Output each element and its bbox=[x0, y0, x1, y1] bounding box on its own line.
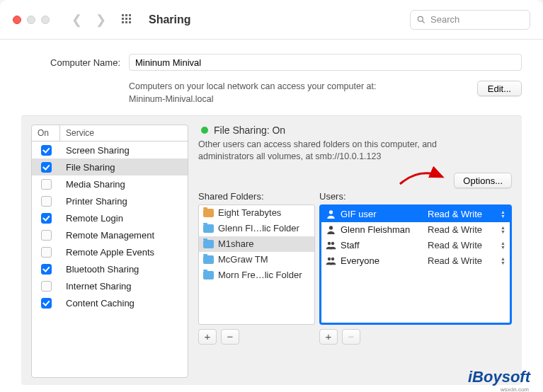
service-checkbox[interactable] bbox=[41, 298, 52, 309]
status-description: Other users can access shared folders on… bbox=[198, 139, 512, 163]
user-row[interactable]: EveryoneRead & Write▲▼ bbox=[321, 253, 510, 269]
service-row-internet-sharing[interactable]: Internet Sharing bbox=[32, 277, 188, 294]
service-checkbox[interactable] bbox=[41, 230, 52, 241]
service-row-bluetooth-sharing[interactable]: Bluetooth Sharing bbox=[32, 260, 188, 277]
show-all-icon[interactable] bbox=[122, 14, 133, 25]
svg-point-7 bbox=[331, 258, 334, 260]
computer-name-field[interactable] bbox=[129, 54, 522, 71]
service-label: Internet Sharing bbox=[60, 281, 188, 292]
folder-row[interactable]: M1share bbox=[199, 236, 314, 252]
services-header: On Service bbox=[32, 125, 188, 142]
stepper-icon: ▲▼ bbox=[501, 226, 505, 234]
service-row-remote-management[interactable]: Remote Management bbox=[32, 226, 188, 243]
folder-label: Morn Fre…lic Folder bbox=[218, 270, 302, 280]
users-list[interactable]: GIF userRead & Write▲▼Glenn FleishmanRea… bbox=[319, 204, 512, 325]
service-row-remote-apple-events[interactable]: Remote Apple Events bbox=[32, 243, 188, 260]
service-checkbox[interactable] bbox=[41, 162, 52, 173]
options-button[interactable]: Options... bbox=[454, 173, 512, 188]
svg-point-0 bbox=[418, 16, 423, 21]
users-column: Users: GIF userRead & Write▲▼Glenn Fleis… bbox=[319, 191, 512, 345]
service-row-screen-sharing[interactable]: Screen Sharing bbox=[32, 142, 188, 158]
folder-row[interactable]: Morn Fre…lic Folder bbox=[199, 267, 314, 283]
permission-select[interactable]: Read & Write▲▼ bbox=[428, 209, 505, 219]
stepper-icon: ▲▼ bbox=[501, 210, 505, 219]
status-row: File Sharing: On bbox=[198, 125, 512, 136]
back-button[interactable]: ❮ bbox=[67, 10, 86, 30]
folder-row[interactable]: Glenn Fl…lic Folder bbox=[199, 221, 314, 236]
folder-icon bbox=[203, 255, 214, 264]
service-row-printer-sharing[interactable]: Printer Sharing bbox=[32, 192, 188, 209]
services-body: Screen SharingFile SharingMedia SharingP… bbox=[32, 142, 188, 311]
user-name: GIF user bbox=[341, 209, 423, 219]
svg-point-4 bbox=[328, 242, 331, 245]
folder-row[interactable]: McGraw TM bbox=[199, 252, 314, 267]
service-label: Bluetooth Sharing bbox=[60, 264, 188, 275]
detail-pane: File Sharing: On Other users can access … bbox=[198, 125, 512, 378]
permission-value: Read & Write bbox=[428, 255, 482, 266]
add-folder-button[interactable]: + bbox=[198, 329, 217, 345]
watermark-logo: iBoysoft bbox=[468, 368, 530, 386]
folder-row[interactable]: Eight Terabytes bbox=[199, 205, 314, 221]
users-addrem: + − bbox=[319, 329, 512, 345]
folder-label: Eight Terabytes bbox=[218, 207, 281, 218]
search-placeholder: Search bbox=[430, 14, 459, 25]
permission-select[interactable]: Read & Write▲▼ bbox=[428, 240, 505, 250]
service-row-remote-login[interactable]: Remote Login bbox=[32, 209, 188, 226]
lists-container: Shared Folders: Eight TerabytesGlenn Fl…… bbox=[198, 191, 512, 345]
computer-name-row: Computer Name: bbox=[21, 54, 522, 71]
svg-point-5 bbox=[331, 242, 334, 245]
close-icon[interactable] bbox=[13, 16, 21, 24]
shared-folders-column: Shared Folders: Eight TerabytesGlenn Fl…… bbox=[198, 191, 315, 345]
user-row[interactable]: StaffRead & Write▲▼ bbox=[321, 238, 510, 253]
users-label: Users: bbox=[319, 191, 512, 202]
group-icon bbox=[326, 256, 336, 265]
person-icon bbox=[326, 225, 336, 234]
edit-button[interactable]: Edit... bbox=[477, 81, 522, 96]
folder-icon bbox=[203, 224, 214, 233]
service-checkbox[interactable] bbox=[41, 264, 52, 275]
service-label: File Sharing bbox=[60, 162, 188, 173]
search-icon bbox=[416, 15, 426, 25]
service-row-content-caching[interactable]: Content Caching bbox=[32, 294, 188, 311]
zoom-icon bbox=[41, 16, 50, 24]
user-name: Glenn Fleishman bbox=[341, 224, 423, 235]
search-input[interactable]: Search bbox=[410, 10, 530, 30]
service-checkbox[interactable] bbox=[41, 196, 52, 207]
svg-line-1 bbox=[423, 21, 425, 23]
forward-button[interactable]: ❯ bbox=[91, 10, 110, 30]
status-text: File Sharing: On bbox=[214, 125, 285, 136]
folder-label: M1share bbox=[218, 238, 254, 249]
main-pane: On Service Screen SharingFile SharingMed… bbox=[21, 115, 522, 385]
service-label: Remote Management bbox=[60, 230, 188, 241]
remove-user-button[interactable]: − bbox=[342, 329, 360, 345]
hint-line2: Mininum-Minival.local bbox=[129, 94, 213, 104]
service-checkbox[interactable] bbox=[41, 145, 52, 156]
content-area: Computer Name: Computers on your local n… bbox=[0, 40, 543, 392]
minimize-icon bbox=[27, 16, 35, 24]
sharing-preferences-window: { "titlebar": { "title": "Sharing", "sea… bbox=[0, 0, 543, 392]
hint-row: Computers on your local network can acce… bbox=[21, 81, 522, 105]
remove-folder-button[interactable]: − bbox=[221, 329, 239, 345]
user-row[interactable]: Glenn FleishmanRead & Write▲▼ bbox=[321, 222, 510, 238]
services-col-on: On bbox=[32, 125, 60, 141]
service-checkbox[interactable] bbox=[41, 281, 52, 292]
service-label: Media Sharing bbox=[60, 179, 188, 190]
folders-addrem: + − bbox=[198, 329, 315, 345]
service-checkbox[interactable] bbox=[41, 179, 52, 190]
titlebar: ❮ ❯ Sharing Search bbox=[0, 0, 543, 40]
folder-label: McGraw TM bbox=[218, 254, 268, 265]
permission-select[interactable]: Read & Write▲▼ bbox=[428, 255, 505, 266]
permission-select[interactable]: Read & Write▲▼ bbox=[428, 224, 505, 235]
stepper-icon: ▲▼ bbox=[501, 257, 505, 265]
service-checkbox[interactable] bbox=[41, 247, 52, 258]
service-checkbox[interactable] bbox=[41, 213, 52, 224]
add-user-button[interactable]: + bbox=[319, 329, 338, 345]
services-table: On Service Screen SharingFile SharingMed… bbox=[31, 125, 188, 378]
service-row-media-sharing[interactable]: Media Sharing bbox=[32, 175, 188, 192]
folder-label: Glenn Fl…lic Folder bbox=[218, 223, 299, 234]
service-label: Printer Sharing bbox=[60, 196, 188, 207]
service-row-file-sharing[interactable]: File Sharing bbox=[32, 158, 188, 175]
shared-folders-list[interactable]: Eight TerabytesGlenn Fl…lic FolderM1shar… bbox=[198, 204, 315, 325]
user-row[interactable]: GIF userRead & Write▲▼ bbox=[321, 207, 510, 222]
shared-folders-label: Shared Folders: bbox=[198, 191, 315, 202]
